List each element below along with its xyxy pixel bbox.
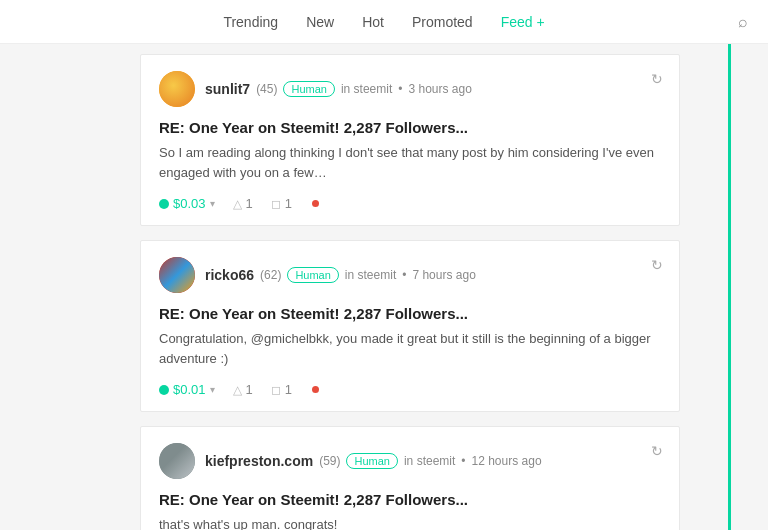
post-footer: $0.03 ▾ △ 1 ◻ 1	[159, 196, 661, 211]
vote-button[interactable]: $0.03 ▾	[159, 196, 215, 211]
reputation: (59)	[319, 454, 340, 468]
likes-count: 1	[246, 196, 253, 211]
reputation: (45)	[256, 82, 277, 96]
flag-indicator	[312, 386, 319, 393]
avatar	[159, 71, 195, 107]
tab-new[interactable]: New	[306, 10, 334, 34]
post-card: ↻ ricko66 (62) Human in steemit • 7 hour…	[140, 240, 680, 412]
post-timestamp: 12 hours ago	[472, 454, 542, 468]
post-body: So I am reading along thinking I don't s…	[159, 143, 661, 182]
human-badge: Human	[287, 267, 338, 283]
vote-amount: $0.03	[173, 196, 206, 211]
post-time: •	[398, 82, 402, 96]
search-icon[interactable]: ⌕	[738, 13, 748, 31]
sidebar-accent-line	[728, 44, 731, 530]
comment-icon: ◻	[271, 383, 281, 397]
flag-indicator	[312, 200, 319, 207]
post-community: in steemit	[345, 268, 396, 282]
avatar-image	[159, 71, 195, 107]
likes-button[interactable]: △ 1	[233, 196, 253, 211]
post-title[interactable]: RE: One Year on Steemit! 2,287 Followers…	[159, 491, 661, 508]
comments-count: 1	[285, 196, 292, 211]
vote-caret: ▾	[210, 198, 215, 209]
avatar	[159, 257, 195, 293]
post-meta: ricko66 (62) Human in steemit • 7 hours …	[205, 267, 476, 283]
vote-amount: $0.01	[173, 382, 206, 397]
post-header: kiefpreston.com (59) Human in steemit • …	[159, 443, 661, 479]
avatar	[159, 443, 195, 479]
human-badge: Human	[283, 81, 334, 97]
resteem-icon[interactable]: ↻	[651, 257, 663, 273]
tab-feed[interactable]: Feed +	[501, 14, 545, 30]
avatar-image	[159, 443, 195, 479]
comment-icon: ◻	[271, 197, 281, 211]
post-header: ricko66 (62) Human in steemit • 7 hours …	[159, 257, 661, 293]
vote-button[interactable]: $0.01 ▾	[159, 382, 215, 397]
header: Trending New Hot Promoted Feed + ⌕	[0, 0, 768, 44]
resteem-icon[interactable]: ↻	[651, 443, 663, 459]
post-timestamp: 3 hours ago	[409, 82, 472, 96]
post-timestamp: 7 hours ago	[412, 268, 475, 282]
thumbup-icon: △	[233, 197, 242, 211]
tab-promoted[interactable]: Promoted	[412, 10, 473, 34]
comments-button[interactable]: ◻ 1	[271, 196, 292, 211]
username[interactable]: sunlit7	[205, 81, 250, 97]
post-community: in steemit	[341, 82, 392, 96]
reputation: (62)	[260, 268, 281, 282]
username[interactable]: kiefpreston.com	[205, 453, 313, 469]
post-meta: sunlit7 (45) Human in steemit • 3 hours …	[205, 81, 472, 97]
username[interactable]: ricko66	[205, 267, 254, 283]
post-body: Congratulation, @gmichelbkk, you made it…	[159, 329, 661, 368]
main-container: ↻ sunlit7 (45) Human in steemit • 3 hour…	[0, 44, 768, 530]
right-sidebar	[690, 44, 768, 530]
feed-area: ↻ sunlit7 (45) Human in steemit • 3 hour…	[140, 44, 690, 530]
comments-button[interactable]: ◻ 1	[271, 382, 292, 397]
thumbup-icon: △	[233, 383, 242, 397]
human-badge: Human	[346, 453, 397, 469]
vote-dot	[159, 385, 169, 395]
comments-count: 1	[285, 382, 292, 397]
vote-dot	[159, 199, 169, 209]
resteem-icon[interactable]: ↻	[651, 71, 663, 87]
post-community: in steemit	[404, 454, 455, 468]
avatar-image	[159, 257, 195, 293]
tab-hot[interactable]: Hot	[362, 10, 384, 34]
post-meta: kiefpreston.com (59) Human in steemit • …	[205, 453, 542, 469]
post-header: sunlit7 (45) Human in steemit • 3 hours …	[159, 71, 661, 107]
likes-button[interactable]: △ 1	[233, 382, 253, 397]
tab-trending[interactable]: Trending	[223, 10, 278, 34]
post-card: ↻ kiefpreston.com (59) Human in steemit …	[140, 426, 680, 530]
post-body: that's what's up man. congrats!	[159, 515, 661, 530]
post-footer: $0.01 ▾ △ 1 ◻ 1	[159, 382, 661, 397]
post-title[interactable]: RE: One Year on Steemit! 2,287 Followers…	[159, 305, 661, 322]
post-card: ↻ sunlit7 (45) Human in steemit • 3 hour…	[140, 54, 680, 226]
left-spacer	[0, 44, 140, 530]
separator: •	[461, 454, 465, 468]
nav-tabs: Trending New Hot Promoted Feed +	[223, 10, 544, 34]
post-title[interactable]: RE: One Year on Steemit! 2,287 Followers…	[159, 119, 661, 136]
vote-caret: ▾	[210, 384, 215, 395]
separator: •	[402, 268, 406, 282]
likes-count: 1	[246, 382, 253, 397]
